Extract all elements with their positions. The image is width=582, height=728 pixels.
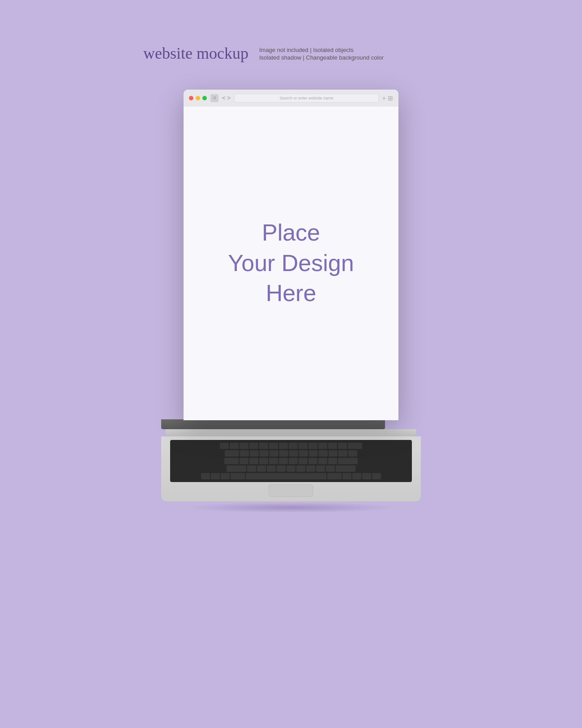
new-tab-btn[interactable]: +: [382, 95, 386, 102]
key-ctrl: [211, 473, 220, 479]
laptop-keyboard-area: [161, 436, 421, 501]
key-delete: [348, 443, 362, 449]
key-shift-r: [336, 465, 355, 472]
key: [257, 465, 266, 472]
key: [240, 443, 248, 449]
key: [338, 450, 347, 457]
key-option-r: [342, 473, 351, 479]
key: [338, 443, 347, 449]
key: [230, 443, 239, 449]
mockup-container: ⊡ < > Search or enter website name + ⊞ P…: [179, 90, 403, 513]
trackpad[interactable]: [269, 484, 313, 497]
traffic-lights: [189, 96, 207, 100]
key-shift-l: [227, 465, 246, 472]
laptop-body: [161, 419, 421, 501]
laptop-shadow: [184, 502, 398, 513]
placeholder-text: Place Your Design Here: [228, 218, 354, 309]
key: [319, 450, 328, 457]
key: [326, 465, 335, 472]
key-cmd-l: [231, 473, 245, 479]
key: [299, 450, 308, 457]
key: [289, 443, 298, 449]
laptop-base: [166, 429, 416, 436]
key: [328, 458, 337, 464]
key: [220, 443, 229, 449]
traffic-light-red[interactable]: [189, 96, 193, 100]
address-bar[interactable]: Search or enter website name: [234, 94, 379, 103]
key: [309, 450, 318, 457]
header-info-line1: Image not included | Isolated objects: [259, 47, 384, 53]
key: [299, 458, 308, 464]
laptop-screen-bezel: [161, 419, 385, 429]
nav-forward-btn[interactable]: >: [227, 95, 231, 101]
key: [306, 465, 315, 472]
key: [249, 443, 258, 449]
keyboard: [170, 440, 412, 482]
key-space: [246, 473, 326, 479]
key: [316, 465, 325, 472]
key-fn: [201, 473, 210, 479]
key: [277, 465, 286, 472]
key: [269, 458, 278, 464]
key: [250, 450, 259, 457]
key: [296, 465, 305, 472]
key: [328, 443, 337, 449]
browser-window: ⊡ < > Search or enter website name + ⊞ P…: [184, 90, 398, 420]
key: [279, 443, 288, 449]
key: [249, 458, 258, 464]
key: [279, 458, 288, 464]
key-option: [221, 473, 230, 479]
key-tab: [225, 450, 239, 457]
key-arrow-r: [372, 473, 381, 479]
key: [348, 450, 357, 457]
key-arrow-u: [362, 473, 371, 479]
key: [270, 450, 278, 457]
key-row-4: [174, 465, 408, 472]
key: [267, 465, 276, 472]
key: [289, 450, 298, 457]
nav-back-btn[interactable]: <: [222, 95, 226, 101]
key-caps: [224, 458, 239, 464]
key: [259, 443, 268, 449]
logo-text: website mockup: [143, 44, 248, 62]
browser-toolbar: ⊡ < > Search or enter website name + ⊞: [184, 90, 398, 107]
key-arrow-l: [352, 473, 361, 479]
placeholder-line2: Your Design: [228, 248, 354, 279]
header-info-line2: Isolated shadow | Changeable background …: [259, 54, 384, 61]
key: [318, 443, 327, 449]
key: [318, 458, 327, 464]
key-row-5: [174, 473, 408, 479]
browser-actions: + ⊞: [382, 95, 393, 102]
screen-icon: ⊡: [213, 96, 216, 100]
key: [260, 450, 269, 457]
key: [308, 443, 317, 449]
key: [240, 458, 248, 464]
traffic-light-yellow[interactable]: [196, 96, 200, 100]
browser-content: Place Your Design Here: [184, 107, 398, 420]
traffic-light-green[interactable]: [202, 96, 207, 100]
key-row-3: [174, 458, 408, 464]
nav-buttons: < >: [222, 95, 231, 101]
key: [287, 465, 295, 472]
address-bar-text: Search or enter website name: [279, 96, 333, 100]
key: [240, 450, 249, 457]
header-info: Image not included | Isolated objects Is…: [259, 47, 384, 61]
key-row-2: [174, 450, 408, 457]
logo: website mockup: [143, 45, 248, 63]
key-cmd-r: [327, 473, 342, 479]
extensions-btn[interactable]: ⊞: [388, 95, 393, 102]
key: [247, 465, 256, 472]
key: [289, 458, 298, 464]
key: [308, 458, 317, 464]
key: [329, 450, 338, 457]
key: [269, 443, 278, 449]
key-row-1: [174, 443, 408, 449]
header: website mockup Image not included | Isol…: [143, 45, 384, 63]
key: [279, 450, 288, 457]
placeholder-line3: Here: [228, 278, 354, 309]
placeholder-line1: Place: [228, 218, 354, 248]
key: [259, 458, 268, 464]
key: [299, 443, 308, 449]
browser-screen-btn[interactable]: ⊡: [210, 94, 218, 102]
key-return: [338, 458, 358, 464]
